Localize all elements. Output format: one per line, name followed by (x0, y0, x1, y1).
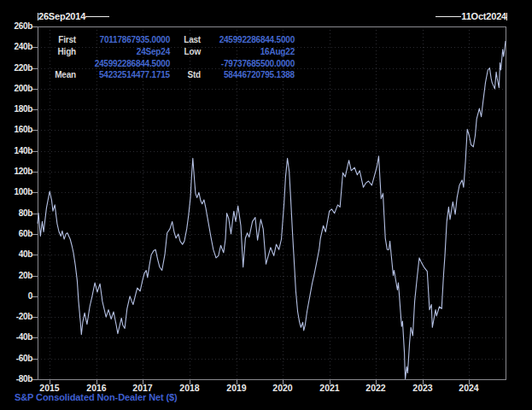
legend-series-label: S&P Consolidated Non-Dealer Net ($) (15, 392, 178, 402)
stat-first-value: 70117867935.0000 (79, 34, 170, 46)
stat-std-label: Std (173, 69, 201, 81)
x-axis-label: 2022 (357, 383, 395, 393)
y-axis-label: 180b (0, 104, 32, 114)
y-axis-label: 0 (0, 291, 32, 301)
x-axis-label: 2023 (404, 383, 441, 393)
y-axis-label: 80b (0, 208, 32, 218)
y-axis-label: 100b (0, 187, 32, 196)
range-start-line (85, 16, 109, 17)
stat-low-value: -79737685500.0000 (204, 58, 295, 70)
y-axis-label: 240b (0, 42, 32, 51)
x-axis-label: 2021 (311, 383, 348, 393)
terminal-chart-window: 260b240b220b200b180b160b140b120b100b80b6… (0, 0, 532, 410)
y-axis-label: 220b (0, 63, 32, 73)
y-axis-label: -40b (0, 332, 32, 342)
date-range-end-marker: 11Oct2024 (436, 11, 507, 21)
stat-high-date: 24Sep24 (79, 46, 170, 58)
y-axis-label: 260b (0, 21, 32, 31)
stat-last-value: 245992286844.5000 (204, 34, 295, 46)
y-axis-label: 40b (0, 249, 32, 259)
y-axis-label: 160b (0, 125, 32, 134)
stat-high-spacer (47, 58, 76, 70)
x-axis-label: 2019 (218, 383, 255, 393)
stats-box: First 70117867935.0000 Last 245992286844… (47, 34, 295, 81)
stat-mean-label: Mean (47, 69, 76, 81)
stat-mean-value: 54232514477.1715 (79, 69, 170, 81)
range-end-date: 11Oct2024 (461, 11, 506, 21)
x-axis-label: 2020 (264, 383, 301, 393)
stat-low-spacer (173, 58, 201, 70)
y-axis-label: -80b (0, 374, 32, 384)
series-line (38, 41, 506, 379)
y-axis-label: -20b (0, 312, 32, 321)
stat-std-value: 58446720795.1388 (204, 69, 295, 81)
y-axis-label: 120b (0, 167, 32, 176)
y-axis-label: 20b (0, 271, 32, 280)
stat-low-label: Low (173, 46, 201, 58)
x-axis-label: 2024 (450, 383, 488, 393)
stat-high-label: High (47, 46, 76, 58)
y-axis-label: 60b (0, 229, 32, 238)
stat-low-date: 16Aug22 (204, 46, 295, 58)
date-range-start-marker: 26Sep2014 (38, 11, 109, 21)
range-start-date: 26Sep2014 (38, 11, 85, 21)
stat-last-label: Last (173, 34, 201, 46)
y-axis-label: -60b (0, 354, 32, 363)
y-axis-label: 200b (0, 84, 32, 93)
stat-high-value: 245992286844.5000 (79, 58, 170, 70)
stat-first-label: First (47, 34, 76, 46)
range-end-line (436, 16, 461, 17)
range-end-tick-icon (506, 13, 507, 20)
y-axis-label: 140b (0, 146, 32, 155)
